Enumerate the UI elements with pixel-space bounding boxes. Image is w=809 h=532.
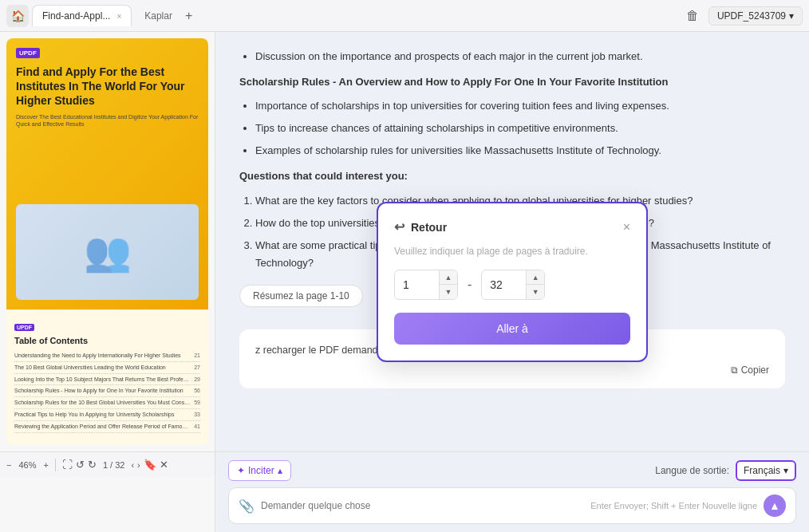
toc-item: Scholarship Rules for the 10 Best Global… (14, 397, 200, 409)
prev-page-icon[interactable]: ‹ (131, 460, 134, 470)
toc-list: Understanding the Need to Apply Internat… (14, 350, 200, 433)
pdf-preview: UPDF Find and Apply For the Best Institu… (6, 38, 208, 445)
home-button[interactable]: 🏠 (6, 5, 29, 27)
rotate-left-icon[interactable]: ↺ (76, 459, 85, 471)
toc-item: Scholarship Rules - How to Apply for One… (14, 385, 200, 397)
chevron-icon: ▾ (789, 10, 794, 22)
toc-item: Understanding the Need to Apply Internat… (14, 350, 200, 362)
to-up-arrow[interactable]: ▲ (527, 270, 544, 285)
tab-kaplar[interactable]: Kaplar (135, 6, 182, 26)
pdf-subtitle: Discover The Best Educational Institutes… (16, 113, 199, 129)
right-panel: Discussion on the importance and prospec… (215, 32, 809, 532)
modal-overlay: ↩ Retour × Veuillez indiquer la plage de… (215, 32, 809, 532)
zoom-in-icon[interactable]: + (43, 460, 48, 470)
zoom-level: 46% (14, 460, 40, 470)
next-page-icon[interactable]: › (137, 460, 140, 470)
modal-dash: - (468, 278, 472, 292)
pdf-toolbar: − 46% + ⛶ ↺ ↻ 1 / 32 ‹ › 🔖 ✕ (0, 451, 215, 477)
modal-back-icon[interactable]: ↩ (394, 219, 404, 234)
toc-item: Practical Tips to Help You In Applying f… (14, 409, 200, 421)
toc-title: Table of Contents (14, 336, 200, 345)
from-up-arrow[interactable]: ▲ (440, 270, 457, 285)
toc-item: Reviewing the Application Period and Off… (14, 421, 200, 433)
pdf-cover-image: 👥 (16, 204, 199, 300)
to-input[interactable] (482, 272, 526, 298)
tab-add-button[interactable]: + (185, 9, 192, 23)
user-badge[interactable]: UPDF_5243709 ▾ (708, 6, 803, 26)
modal-placeholder-text: Veuillez indiquer la plage de pages à tr… (394, 246, 630, 257)
pdf-cover: UPDF Find and Apply For the Best Institu… (6, 38, 208, 309)
from-input-box: ▲ ▼ (394, 270, 458, 300)
pdf-title: Find and Apply For the Best Institutes I… (16, 65, 199, 108)
zoom-out-icon[interactable]: − (6, 460, 11, 470)
from-input[interactable] (395, 272, 439, 298)
page-info: 1 / 32 (103, 460, 125, 470)
user-badge-label: UPDF_5243709 (717, 10, 786, 22)
topbar-right: 🗑 UPDF_5243709 ▾ (683, 6, 803, 26)
pdf-page2: UPDF Table of Contents Understanding the… (6, 309, 208, 445)
pdf-page2-logo: UPDF (14, 324, 34, 331)
fit-icon[interactable]: ⛶ (62, 459, 73, 471)
modal-header: ↩ Retour × (394, 219, 630, 234)
delete-icon[interactable]: ✕ (160, 459, 168, 471)
to-down-arrow[interactable]: ▼ (527, 285, 544, 299)
rotate-right-icon[interactable]: ↻ (88, 459, 97, 471)
modal-close-button[interactable]: × (623, 220, 630, 234)
trash-icon[interactable]: 🗑 (683, 6, 702, 26)
to-input-box: ▲ ▼ (481, 270, 545, 300)
top-bar: 🏠 Find-and-Appl... × Kaplar + 🗑 UPDF_524… (0, 0, 809, 32)
to-arrows: ▲ ▼ (526, 270, 544, 299)
pdf-logo: UPDF (16, 48, 40, 58)
bookmark-icon[interactable]: 🔖 (144, 459, 156, 471)
main-layout: UPDF Find and Apply For the Best Institu… (0, 32, 809, 532)
from-arrows: ▲ ▼ (439, 270, 457, 299)
tab-kaplar-label: Kaplar (144, 10, 172, 22)
tab-label: Find-and-Appl... (42, 10, 110, 22)
toc-item: Looking Into the Top 10 Subject Majors T… (14, 374, 200, 386)
tab-find-and-apply[interactable]: Find-and-Appl... × (32, 5, 132, 26)
modal-range-row: ▲ ▼ - ▲ ▼ (394, 270, 630, 300)
left-panel: UPDF Find and Apply For the Best Institu… (0, 32, 215, 532)
from-down-arrow[interactable]: ▼ (440, 285, 457, 299)
modal-title: ↩ Retour (394, 219, 447, 234)
modal-box: ↩ Retour × Veuillez indiquer la plage de… (377, 202, 648, 362)
tab-close-icon[interactable]: × (116, 12, 121, 21)
go-button[interactable]: Aller à (394, 313, 630, 345)
toc-item: The 10 Best Global Universities Leading … (14, 362, 200, 374)
separator (55, 459, 56, 471)
